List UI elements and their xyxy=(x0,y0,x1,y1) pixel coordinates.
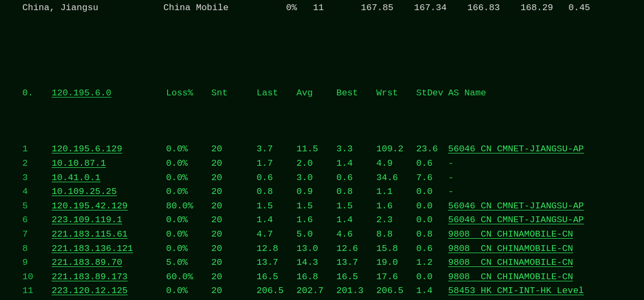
hop-avg: 1.6 xyxy=(296,213,336,227)
hop-stdev: 0.0 xyxy=(416,199,448,213)
col-host[interactable]: 120.195.6.0 xyxy=(52,86,166,100)
hop-asname[interactable]: 9808 CN CHINAMOBILE-CN xyxy=(448,228,644,241)
hop-avg: 0.9 xyxy=(296,185,336,199)
hop-host[interactable]: 10.10.87.1 xyxy=(52,157,166,171)
hop-host-link[interactable]: 221.183.89.173 xyxy=(52,272,128,282)
hop-row: 11223.120.12.1250.0%20206.5202.7201.3206… xyxy=(22,284,644,298)
hop-asname[interactable]: 56046 CN CMNET-JIANGSU-AP xyxy=(448,199,644,213)
hop-avg: 14.3 xyxy=(296,256,336,270)
hop-asname[interactable]: 58453 HK CMI-INT-HK Level xyxy=(448,284,644,298)
col-avg: Avg xyxy=(296,86,336,100)
hop-wrst: 1.6 xyxy=(376,199,416,213)
hop-host-link[interactable]: 10.41.0.1 xyxy=(52,173,101,183)
hop-host-link[interactable]: 120.195.42.129 xyxy=(52,201,128,211)
hop-host[interactable]: 221.183.136.121 xyxy=(52,242,166,256)
hop-snt: 20 xyxy=(211,284,257,298)
hop-stdev: 0.6 xyxy=(416,157,448,171)
hop-asname[interactable]: 9808 CN CHINAMOBILE-CN xyxy=(448,256,644,270)
summary-best: 166.83 xyxy=(467,1,521,15)
hop-stdev: 23.6 xyxy=(416,142,448,156)
hop-last: 16.5 xyxy=(257,270,296,284)
hop-best: 1.4 xyxy=(336,157,376,171)
hop-host-link[interactable]: 221.183.89.70 xyxy=(52,257,122,267)
hop-row: 5120.195.42.12980.0%201.51.51.51.60.0560… xyxy=(22,199,644,214)
hop-best: 201.3 xyxy=(336,284,376,298)
hop-host[interactable]: 10.41.0.1 xyxy=(52,171,166,185)
hop-best: 1.4 xyxy=(336,213,376,227)
hop-best: 4.6 xyxy=(336,228,376,241)
col-asname: AS Name xyxy=(448,86,644,100)
hop-loss: 0.0% xyxy=(166,142,211,156)
hop-last: 1.4 xyxy=(257,213,296,227)
hop-wrst: 8.8 xyxy=(376,228,416,241)
hop-wrst: 15.8 xyxy=(376,242,416,256)
hop-host[interactable]: 120.195.42.129 xyxy=(52,199,166,213)
summary-isp: China Mobile xyxy=(163,1,267,15)
hop-loss: 60.0% xyxy=(166,270,211,284)
col-loss: Loss% xyxy=(166,86,211,100)
hop-loss: 0.0% xyxy=(166,228,211,241)
hop-host[interactable]: 223.109.119.1 xyxy=(52,213,166,227)
hop-last: 206.5 xyxy=(257,284,296,298)
hop-number: 1 xyxy=(22,142,52,156)
hop-host-link[interactable]: 120.195.6.129 xyxy=(52,144,122,154)
hop-host-link[interactable]: 10.10.87.1 xyxy=(52,158,106,168)
hop-asname[interactable]: 9808 CN CHINAMOBILE-CN xyxy=(448,242,644,256)
hop-avg: 11.5 xyxy=(296,142,336,156)
hop-avg: 5.0 xyxy=(296,228,336,241)
hop-row: 6223.109.119.10.0%201.41.61.42.30.056046… xyxy=(22,213,644,228)
hop-host-link[interactable]: 223.120.12.125 xyxy=(52,286,128,296)
hop-wrst: 109.2 xyxy=(376,142,416,156)
hop-avg: 1.5 xyxy=(296,199,336,213)
hop-row: 1120.195.6.1290.0%203.711.53.3109.223.65… xyxy=(22,142,644,157)
hop-snt: 20 xyxy=(211,142,257,156)
hop-host[interactable]: 221.183.89.70 xyxy=(52,256,166,270)
hop-snt: 20 xyxy=(211,256,257,270)
hop-host[interactable]: 223.120.12.125 xyxy=(52,284,166,298)
summary-loss: 0% xyxy=(267,1,313,15)
hop-host[interactable]: 221.183.115.61 xyxy=(52,228,166,241)
hop-snt: 20 xyxy=(211,213,257,227)
hop-host[interactable]: 120.195.6.129 xyxy=(52,142,166,156)
hop-snt: 20 xyxy=(211,242,257,256)
hop-number: 2 xyxy=(22,157,52,171)
hop-snt: 20 xyxy=(211,270,257,284)
hop-row: 410.109.25.250.0%200.80.90.81.10.0- xyxy=(22,185,644,199)
hop-last: 4.7 xyxy=(257,228,296,241)
column-header-row: 0. 120.195.6.0 Loss% Snt Last Avg Best W… xyxy=(22,86,644,101)
hop-asname[interactable]: 56046 CN CMNET-JIANGSU-AP xyxy=(448,213,644,227)
hop-number: 9 xyxy=(22,256,52,270)
summary-avg: 167.34 xyxy=(414,1,467,15)
hop-avg: 16.8 xyxy=(296,270,336,284)
hop-host-link[interactable]: 10.109.25.25 xyxy=(52,187,117,197)
hop-number: 4 xyxy=(22,185,52,199)
hop-host-link[interactable]: 221.183.136.121 xyxy=(52,244,133,254)
hop-avg: 202.7 xyxy=(296,284,336,298)
hop-last: 0.6 xyxy=(257,171,296,185)
hop-host-link[interactable]: 221.183.115.61 xyxy=(52,229,128,239)
hop-asname[interactable]: 9808 CN CHINAMOBILE-CN xyxy=(448,270,644,284)
summary-worst: 168.29 xyxy=(521,1,568,15)
hop-host[interactable]: 10.109.25.25 xyxy=(52,185,166,199)
hop-asname[interactable]: 56046 CN CMNET-JIANGSU-AP xyxy=(448,142,644,156)
hop-best: 13.7 xyxy=(336,256,376,270)
hop-wrst: 206.5 xyxy=(376,284,416,298)
hop-wrst: 17.6 xyxy=(376,270,416,284)
trace-table: 0. 120.195.6.0 Loss% Snt Last Avg Best W… xyxy=(0,30,644,300)
hop-asname: - xyxy=(448,157,644,171)
hop-wrst: 34.6 xyxy=(376,171,416,185)
hop-best: 0.8 xyxy=(336,185,376,199)
hop-snt: 20 xyxy=(211,199,257,213)
summary-last: 167.85 xyxy=(361,1,414,15)
hop-host-link[interactable]: 223.109.119.1 xyxy=(52,215,122,225)
hop-best: 0.6 xyxy=(336,171,376,185)
hop-row: 9221.183.89.705.0%2013.714.313.719.01.29… xyxy=(22,256,644,270)
hop-host[interactable]: 221.183.89.173 xyxy=(52,270,166,284)
hop-stdev: 0.0 xyxy=(416,270,448,284)
hop-avg: 3.0 xyxy=(296,171,336,185)
col-stdev: StDev xyxy=(416,86,448,100)
hop-number: 8 xyxy=(22,242,52,256)
col-snt: Snt xyxy=(211,86,257,100)
hop-loss: 0.0% xyxy=(166,185,211,199)
summary-location: China, Jiangsu xyxy=(22,1,163,15)
